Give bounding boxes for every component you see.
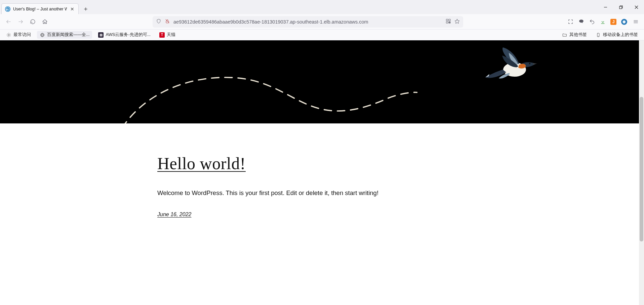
app-menu-button[interactable] bbox=[630, 16, 641, 28]
window-controls bbox=[598, 0, 644, 14]
tab-close-icon[interactable]: ✕ bbox=[70, 6, 75, 12]
reload-button[interactable] bbox=[27, 16, 38, 28]
window-minimize-button[interactable] bbox=[598, 0, 613, 14]
new-tab-button[interactable]: ＋ bbox=[81, 4, 91, 14]
post: Hello world! Welcome to WordPress. This … bbox=[151, 123, 493, 231]
svg-rect-14 bbox=[449, 23, 449, 23]
bookmark-star-icon[interactable] bbox=[454, 18, 460, 25]
orange-extension-icon[interactable]: J bbox=[608, 17, 618, 27]
wordpress-favicon bbox=[5, 6, 10, 12]
scrollbar-track[interactable] bbox=[639, 40, 644, 305]
svg-rect-11 bbox=[446, 22, 448, 23]
mobile-icon bbox=[596, 32, 601, 38]
tab-active[interactable]: User's Blog! – Just another W ✕ bbox=[1, 3, 79, 14]
svg-rect-13 bbox=[450, 23, 450, 23]
bookmark-label: 天猫 bbox=[167, 32, 175, 38]
bookmark-label: AWS云服务-先进的可... bbox=[106, 32, 151, 38]
url-input[interactable]: ae93612de6359486abaae9b0d3c578ae-1813019… bbox=[173, 19, 442, 25]
svg-point-28 bbox=[529, 63, 530, 64]
qr-code-icon[interactable] bbox=[446, 18, 451, 25]
bookmarks-bar: 最常访问 百度新闻搜索——全... ▦ AWS云服务-先进的可... T 天猫 … bbox=[0, 30, 644, 40]
window-maximize-button[interactable] bbox=[613, 0, 629, 14]
browser-toolbar: ae93612de6359486abaae9b0d3c578ae-1813019… bbox=[0, 14, 644, 30]
gear-icon bbox=[6, 32, 11, 38]
page-viewport: Hello world! Welcome to WordPress. This … bbox=[0, 40, 644, 305]
screenshot-extension-icon[interactable] bbox=[565, 17, 575, 27]
frequent-sites-label: 最常访问 bbox=[13, 32, 31, 38]
other-bookmarks-button[interactable]: 其他书签 bbox=[559, 31, 590, 39]
svg-rect-9 bbox=[446, 19, 448, 21]
download-extension-icon[interactable] bbox=[598, 17, 608, 27]
bookmark-baidu[interactable]: 百度新闻搜索——全... bbox=[37, 31, 92, 39]
back-button[interactable] bbox=[3, 16, 14, 28]
insecure-lock-icon[interactable] bbox=[165, 18, 170, 25]
svg-point-21 bbox=[8, 34, 9, 36]
tmall-favicon: T bbox=[159, 32, 165, 38]
home-button[interactable] bbox=[39, 16, 50, 28]
mobile-bookmarks-label: 移动设备上的书签 bbox=[603, 32, 638, 38]
tab-strip: User's Blog! – Just another W ✕ ＋ bbox=[0, 1, 598, 14]
svg-rect-2 bbox=[619, 6, 622, 9]
frequent-sites-button[interactable]: 最常访问 bbox=[3, 31, 34, 39]
folder-icon bbox=[562, 32, 567, 38]
svg-rect-10 bbox=[449, 19, 450, 21]
browser-titlebar: User's Blog! – Just another W ✕ ＋ bbox=[0, 0, 644, 14]
svg-rect-12 bbox=[449, 22, 449, 22]
mobile-bookmarks-button[interactable]: 移动设备上的书签 bbox=[593, 31, 641, 39]
post-date-link[interactable]: June 16, 2022 bbox=[157, 212, 191, 217]
window-close-button[interactable] bbox=[629, 0, 644, 14]
flight-trail-illustration bbox=[0, 40, 644, 123]
svg-rect-17 bbox=[601, 23, 604, 24]
bird-illustration bbox=[483, 45, 540, 86]
post-body-text: Welcome to WordPress. This is your first… bbox=[157, 189, 487, 197]
bookmark-label: 百度新闻搜索——全... bbox=[47, 32, 89, 38]
svg-marker-16 bbox=[455, 19, 459, 24]
svg-rect-15 bbox=[450, 22, 450, 22]
forward-button[interactable] bbox=[15, 16, 26, 28]
hero-banner bbox=[0, 40, 644, 123]
post-title-link[interactable]: Hello world! bbox=[157, 154, 487, 173]
undo-extension-icon[interactable] bbox=[587, 17, 597, 27]
chat-extension-icon[interactable] bbox=[576, 17, 586, 27]
globe-icon bbox=[40, 32, 45, 38]
shield-icon[interactable] bbox=[156, 18, 161, 25]
scrollbar-thumb[interactable] bbox=[640, 97, 643, 241]
url-bar[interactable]: ae93612de6359486abaae9b0d3c578ae-1813019… bbox=[153, 16, 463, 28]
bookmark-tmall[interactable]: T 天猫 bbox=[157, 31, 178, 39]
other-bookmarks-label: 其他书签 bbox=[569, 32, 587, 38]
bookmark-aws[interactable]: ▦ AWS云服务-先进的可... bbox=[95, 31, 153, 39]
tab-title: User's Blog! – Just another W bbox=[13, 7, 67, 11]
aws-favicon: ▦ bbox=[98, 32, 104, 38]
profile-avatar-icon[interactable]: ◉ bbox=[619, 17, 629, 27]
